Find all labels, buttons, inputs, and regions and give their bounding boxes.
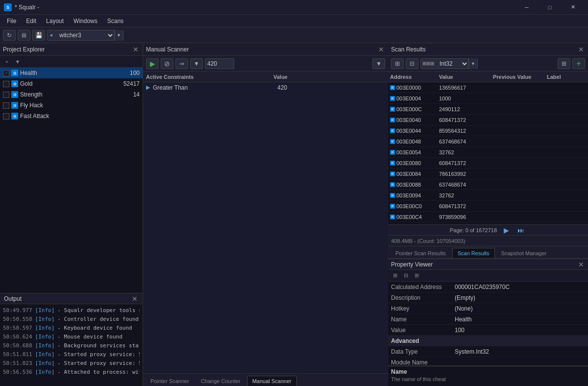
prop-row-2: Hotkey (None) [388,303,588,314]
add-item-btn[interactable]: + [2,57,12,66]
menu-layout[interactable]: Layout [41,16,69,26]
project-explorer-close[interactable]: ✕ [132,46,140,53]
int-type-selector[interactable]: ⊞⊞⊞ Int32 Int8 Int16 Int64 Float Double … [420,58,478,69]
gold-checkbox[interactable] [3,81,9,87]
scan-cell-val-0: 136596617 [437,85,491,91]
scan-row-icon-8: ⊞ [390,171,395,176]
stop-btn[interactable]: ⊘ [161,58,173,69]
name-section: Name The name of this cheat [388,365,588,386]
scan-pagination: Page: 0 of 1672718 ▶ ⏭ [388,224,588,235]
property-viewer-close[interactable]: ✕ [577,261,585,268]
tab-scan-results[interactable]: Scan Results [452,248,495,258]
toolbar-btn-3[interactable]: 💾 [32,30,45,41]
tree-item-gold[interactable]: ⊞ Gold 52417 [0,78,143,89]
prop-tool-3[interactable]: ⊞ [412,271,421,280]
toolbar-btn-2[interactable]: ⊞ [18,30,30,41]
scan-cell-addr-8: ⊞ 003E0084 [388,171,437,177]
scan-tool-1[interactable]: ⊞ [391,58,404,69]
filter2-btn[interactable]: ▼ [190,58,203,69]
scan-row-8[interactable]: ⊞ 003E0084 786163992 [388,169,588,179]
scan-row-10[interactable]: ⊞ 003E0094 32762 [388,190,588,201]
play-btn[interactable]: ▶ [146,58,159,69]
prop-key-4: Value [391,327,455,334]
process-dropdown[interactable]: witcher3 [55,31,114,39]
filter-btn[interactable]: ⇒ [175,58,188,69]
scan-cell-val-11: 608471372 [437,203,491,209]
scan-tool-2[interactable]: ⊟ [406,58,418,69]
add-dropdown-btn[interactable]: ▼ [13,57,23,66]
prop-row-3: Name Health [388,314,588,325]
minimize-button[interactable]: ─ [515,0,538,15]
scan-add-btn[interactable]: + [572,58,585,69]
process-dropdown-arrow[interactable]: ▼ [114,30,123,41]
scan-row-12[interactable]: ⊞ 003E00C4 973859096 [388,212,588,222]
output-time-3: 50:50.624 [3,334,32,340]
prop-val-6: System.Int32 [455,348,585,355]
scan-row-2[interactable]: ⊞ 003E000C 2490112 [388,104,588,115]
scan-row-7[interactable]: ⊞ 003E0080 608471372 [388,158,588,169]
constraint-value: 420 [277,84,385,91]
scan-grid-btn[interactable]: ⊞ [558,58,570,69]
menu-file[interactable]: File [2,16,21,26]
scanner-options-btn[interactable]: ▼ [372,58,385,69]
fly-hack-label: Fly Hack [20,102,120,109]
next-page-btn[interactable]: ⏭ [515,226,526,235]
tab-snapshot-manager[interactable]: Snapshot Manager [496,248,552,258]
prop-key-6: Data Type [391,348,455,355]
prev-page-btn[interactable]: ▶ [501,226,512,235]
menu-windows[interactable]: Windows [69,16,102,26]
scan-cell-addr-12: ⊞ 003E00C4 [388,214,437,220]
fly-hack-checkbox[interactable] [3,102,9,109]
prop-tool-1[interactable]: ⊞ [390,271,400,280]
maximize-button[interactable]: □ [539,0,561,15]
menu-scans[interactable]: Scans [102,16,128,26]
tab-change-counter[interactable]: Change Counter [196,376,246,386]
tree-item-health[interactable]: ✓ ⊞ Health 100 [0,68,143,78]
toolbar-btn-1[interactable]: ↻ [3,30,16,41]
scan-row-icon-2: ⊞ [390,107,395,112]
fast-attack-checkbox[interactable] [3,113,9,120]
menu-edit[interactable]: Edit [21,16,41,26]
scan-cell-val-12: 973859096 [437,214,491,220]
output-msg-6: - Started proxy service: SqualrProxy64.e… [57,360,140,366]
prop-row-5: Advanced [388,336,588,346]
scan-row-4[interactable]: ⊞ 003E0044 859564312 [388,125,588,136]
output-time-6: 50:51.023 [3,360,32,366]
scan-row-9[interactable]: ⊞ 003E0088 637468674 [388,179,588,190]
tab-pointer-scan-results[interactable]: Pointer Scan Results [390,248,451,258]
scan-results-close[interactable]: ✕ [577,46,585,53]
property-content: Calculated Address 000001CA0235970C Desc… [388,282,588,365]
scan-row-3[interactable]: ⊞ 003E0040 608471372 [388,115,588,125]
scan-value-input[interactable] [205,58,234,69]
close-button[interactable]: ✕ [562,0,584,15]
int-dropdown-arrow[interactable]: ▼ [468,58,477,69]
tab-manual-scanner[interactable]: Manual Scanner [247,376,297,386]
manual-scanner-close[interactable]: ✕ [377,46,385,53]
name-section-title: Name [391,368,585,375]
prop-row-6: Data Type System.Int32 [388,346,588,357]
int-type-dropdown[interactable]: Int32 Int8 Int16 Int64 Float Double [436,60,468,68]
scanner-toolbar: ▶ ⊘ ⇒ ▼ ▼ [143,56,388,72]
constraints-col-header: Active Constraints [146,74,273,80]
output-level-3: [Info] [35,334,55,340]
prop-tool-2[interactable]: ⊟ [401,271,411,280]
output-close[interactable]: ✕ [131,295,139,303]
prop-key-1: Description [391,294,455,301]
scan-row-11[interactable]: ⊞ 003E00C0 608471372 [388,201,588,212]
constraint-row-0[interactable]: ▶ Greater Than 420 [143,82,388,93]
tree-item-fast-attack[interactable]: ⊞ Fast Attack [0,111,143,121]
scan-row-6[interactable]: ⊞ 003E0054 32762 [388,147,588,158]
scan-row-1[interactable]: ⊞ 003E0004 1000 [388,93,588,104]
tab-pointer-scanner[interactable]: Pointer Scanner [145,376,195,386]
tree-item-fly-hack[interactable]: ⊞ Fly Hack [0,100,143,111]
output-line-1: 50:50.558[Info]- Controller device found [3,315,140,324]
health-checkbox[interactable]: ✓ [3,70,9,76]
tree-item-strength[interactable]: ⊞ Strength 14 [0,89,143,100]
scan-row-5[interactable]: ⊞ 003E0048 637468674 [388,136,588,147]
scan-results-toolbar: ⊞ ⊟ ⊞⊞⊞ Int32 Int8 Int16 Int64 Float Dou… [388,56,588,72]
scan-row-0[interactable]: ⊞ 003E0000 136596617 [388,82,588,93]
prop-key-0: Calculated Address [391,284,455,290]
scan-cell-addr-3: ⊞ 003E0040 [388,117,437,123]
process-selector[interactable]: ● witcher3 ▼ [47,30,123,41]
strength-checkbox[interactable] [3,92,9,98]
